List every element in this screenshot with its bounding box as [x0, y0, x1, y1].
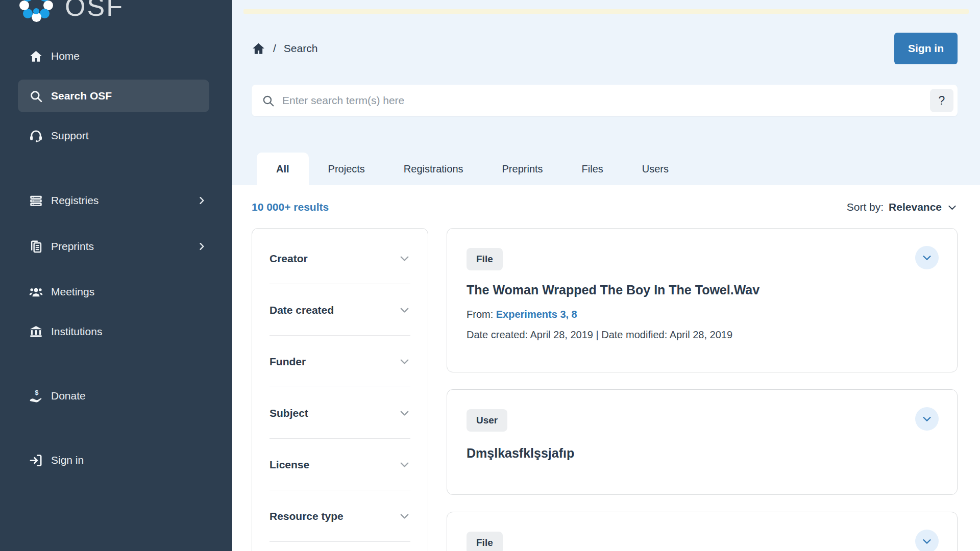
- osf-logo-text: OSF: [65, 0, 124, 27]
- chevron-right-icon: [197, 195, 207, 206]
- sidebar-item-sign-in[interactable]: Sign in: [0, 444, 232, 477]
- osf-logo[interactable]: OSF: [18, 0, 124, 27]
- filter-panel: Creator Date created Funder: [252, 228, 428, 551]
- sidebar-item-label: Registries: [51, 194, 99, 207]
- results-count: 10 000+ results: [252, 201, 329, 213]
- sidebar-item-label: Support: [51, 130, 89, 142]
- topbar: / Search Sign in: [252, 33, 958, 64]
- registries-stack-icon: [29, 194, 43, 208]
- sidebar-item-label: Home: [51, 50, 80, 62]
- chevron-down-icon: [921, 413, 933, 424]
- sort-dropdown[interactable]: Sort by: Relevance: [847, 201, 958, 213]
- chevron-down-icon: [399, 407, 410, 419]
- filter-creator[interactable]: Creator: [252, 233, 428, 284]
- chevron-down-icon: [399, 356, 410, 367]
- result-dates: Date created: April 28, 2019 | Date modi…: [467, 329, 938, 341]
- search-icon: [29, 89, 43, 103]
- breadcrumb: / Search: [252, 42, 317, 56]
- results-columns: Creator Date created Funder: [252, 228, 958, 551]
- result-type-tabs: All Projects Registrations Preprints Fil…: [257, 153, 688, 185]
- results-content: 10 000+ results Sort by: Relevance Creat…: [232, 185, 980, 551]
- sidebar-item-preprints[interactable]: Preprints: [0, 230, 232, 263]
- results-list: File The Woman Wrapped The Boy In The To…: [447, 228, 958, 551]
- expand-result-button[interactable]: [915, 407, 939, 431]
- help-button[interactable]: ?: [930, 89, 953, 112]
- tab-files[interactable]: Files: [562, 153, 623, 185]
- chevron-down-icon: [947, 202, 958, 213]
- result-type-badge: User: [467, 409, 507, 432]
- filter-label: License: [270, 459, 309, 471]
- result-card-user: User Dmşlkasfklşsjafıp: [447, 389, 958, 495]
- search-icon: [262, 94, 275, 107]
- tab-all[interactable]: All: [257, 153, 309, 185]
- sidebar-item-institutions[interactable]: Institutions: [0, 315, 232, 348]
- result-title-link[interactable]: Dmşlkasfklşsjafıp: [467, 446, 938, 461]
- breadcrumb-separator: /: [273, 42, 276, 55]
- tab-projects[interactable]: Projects: [309, 153, 384, 185]
- sidebar-item-registries[interactable]: Registries: [0, 184, 232, 217]
- hand-dollar-icon: $: [29, 389, 43, 403]
- filter-label: Funder: [270, 356, 306, 368]
- people-group-icon: [29, 285, 43, 299]
- chevron-down-icon: [921, 536, 933, 547]
- filter-date-created[interactable]: Date created: [252, 284, 428, 336]
- breadcrumb-section: Search: [284, 42, 318, 55]
- filter-subject[interactable]: Subject: [252, 387, 428, 439]
- tab-users[interactable]: Users: [623, 153, 688, 185]
- headset-icon: [29, 129, 43, 143]
- sidebar-item-search-osf[interactable]: Search OSF: [18, 80, 209, 112]
- sidebar-item-label: Donate: [51, 390, 86, 402]
- chevron-down-icon: [399, 510, 410, 522]
- sign-in-button[interactable]: Sign in: [894, 33, 958, 64]
- chevron-right-icon: [197, 241, 207, 252]
- bank-icon: [29, 325, 43, 339]
- sidebar-item-label: Preprints: [51, 240, 94, 253]
- sidebar-item-meetings[interactable]: Meetings: [0, 276, 232, 308]
- sidebar: OSF Home Search OSF Support: [0, 0, 232, 551]
- sidebar-item-home[interactable]: Home: [0, 40, 232, 72]
- chevron-down-icon: [399, 253, 410, 264]
- filter-funder[interactable]: Funder: [252, 336, 428, 387]
- result-card-file: File The Woman Wrapped The Boy In The To…: [447, 228, 958, 372]
- results-bar: 10 000+ results Sort by: Relevance: [252, 199, 958, 215]
- tab-preprints[interactable]: Preprints: [483, 153, 562, 185]
- result-from-row: From: Experiments 3, 8: [467, 309, 938, 320]
- sign-in-arrow-icon: [29, 454, 43, 467]
- sidebar-item-label: Search OSF: [51, 90, 112, 102]
- filter-label: Date created: [270, 304, 334, 316]
- notice-banner-strip: [243, 9, 969, 14]
- tab-registrations[interactable]: Registrations: [384, 153, 483, 185]
- svg-text:$: $: [35, 389, 38, 396]
- result-card-file: File: [447, 512, 958, 551]
- result-type-badge: File: [467, 248, 503, 270]
- expand-result-button[interactable]: [915, 530, 939, 551]
- result-source-link[interactable]: Experiments 3, 8: [496, 309, 577, 320]
- home-icon: [29, 49, 43, 63]
- sidebar-item-label: Meetings: [51, 286, 94, 298]
- from-label: From:: [467, 309, 493, 320]
- sidebar-item-donate[interactable]: $ Donate: [0, 380, 232, 412]
- result-title-link[interactable]: The Woman Wrapped The Boy In The Towel.W…: [467, 283, 938, 297]
- result-type-badge: File: [467, 532, 503, 551]
- sidebar-item-support[interactable]: Support: [0, 119, 232, 152]
- page-header: / Search Sign in ? All Projects Registra…: [232, 0, 980, 185]
- chevron-down-icon: [921, 252, 933, 263]
- chevron-down-icon: [399, 304, 410, 316]
- preprints-pages-icon: [29, 240, 43, 254]
- sidebar-nav: Home Search OSF Support Registries: [0, 40, 232, 477]
- chevron-down-icon: [399, 459, 410, 470]
- sort-selected-value: Relevance: [889, 201, 942, 213]
- osf-logo-flower-icon: [18, 0, 55, 27]
- filter-label: Creator: [270, 253, 308, 265]
- filter-resource-type[interactable]: Resource type: [252, 490, 428, 542]
- home-icon[interactable]: [252, 42, 265, 56]
- sidebar-item-label: Sign in: [51, 454, 84, 466]
- main-area: / Search Sign in ? All Projects Registra…: [232, 0, 980, 551]
- search-bar: ?: [252, 85, 958, 116]
- search-input[interactable]: [282, 94, 930, 107]
- expand-result-button[interactable]: [915, 246, 939, 269]
- sort-label: Sort by:: [847, 201, 884, 213]
- filter-label: Resource type: [270, 510, 344, 522]
- filter-label: Subject: [270, 407, 308, 419]
- filter-license[interactable]: License: [252, 439, 428, 490]
